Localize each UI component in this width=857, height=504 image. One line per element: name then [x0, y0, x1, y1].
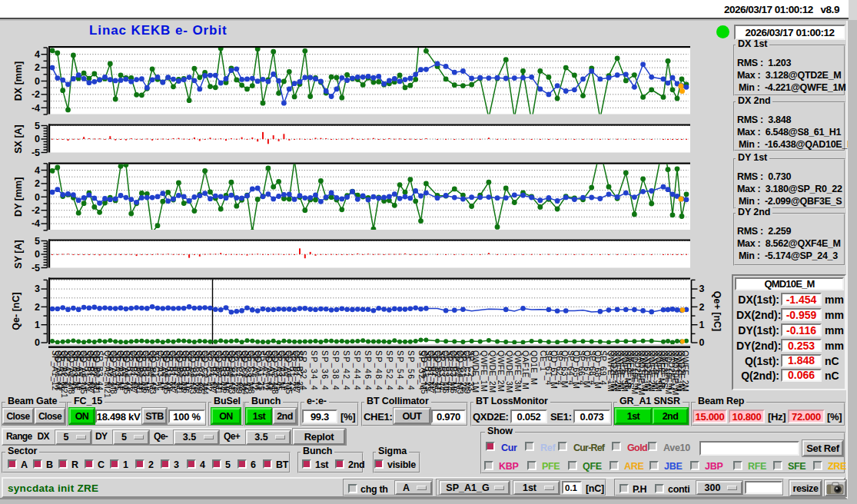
svg-text:3: 3 — [35, 284, 40, 294]
svg-text:SP_38_4: SP_38_4 — [331, 350, 340, 391]
svg-text:SP_54_4: SP_54_4 — [396, 350, 405, 391]
svg-text:SX [A]: SX [A] — [13, 124, 24, 154]
svg-text:0: 0 — [35, 337, 40, 348]
svg-text:2: 2 — [35, 302, 40, 313]
svg-text:QWFE_2M: QWFE_2M — [681, 350, 690, 392]
svg-text:QD1E_M: QD1E_M — [530, 350, 539, 385]
svg-text:2: 2 — [699, 302, 705, 313]
svg-text:0: 0 — [35, 192, 40, 203]
svg-text:Qe- [nC]: Qe- [nC] — [11, 292, 22, 330]
svg-text:QWFE_1M: QWFE_1M — [480, 350, 489, 392]
svg-text:SY [A]: SY [A] — [13, 240, 24, 268]
svg-text:SP_46_4: SP_46_4 — [364, 350, 373, 391]
svg-text:SP_48_4: SP_48_4 — [374, 350, 384, 391]
svg-text:2: 2 — [35, 178, 40, 189]
svg-text:-5: -5 — [32, 263, 40, 274]
svg-text:-2: -2 — [32, 89, 40, 100]
svg-text:SP_42_4: SP_42_4 — [342, 350, 351, 391]
svg-text:SP_52_4: SP_52_4 — [385, 350, 394, 391]
svg-text:Qe+ [nC]: Qe+ [nC] — [712, 291, 722, 331]
svg-text:4: 4 — [35, 165, 40, 176]
svg-text:4: 4 — [35, 49, 40, 60]
svg-text:SP_56_4: SP_56_4 — [407, 350, 416, 391]
svg-text:-4: -4 — [32, 103, 40, 114]
svg-text:1: 1 — [699, 320, 705, 330]
svg-text:QWDE_1M: QWDE_1M — [471, 350, 480, 393]
svg-text:-5: -5 — [32, 148, 40, 158]
svg-text:0: 0 — [35, 249, 40, 260]
svg-text:0: 0 — [35, 76, 40, 87]
svg-text:1: 1 — [35, 320, 40, 330]
svg-text:QWDE_3M: QWDE_3M — [505, 350, 514, 393]
svg-text:SP_32_4: SP_32_4 — [299, 350, 308, 391]
svg-text:QWFE_3M: QWFE_3M — [513, 350, 523, 392]
svg-text:0: 0 — [699, 337, 705, 348]
svg-text:-4: -4 — [32, 218, 40, 229]
svg-text:DX [mm]: DX [mm] — [13, 61, 24, 101]
svg-text:QAF1E_M: QAF1E_M — [521, 350, 530, 390]
svg-text:3: 3 — [699, 284, 705, 294]
svg-text:DY [mm]: DY [mm] — [13, 177, 24, 217]
svg-text:5: 5 — [35, 236, 40, 247]
svg-text:SP_34_4: SP_34_4 — [310, 350, 319, 391]
svg-text:5: 5 — [35, 121, 40, 131]
svg-text:QWFE_2M: QWFE_2M — [497, 350, 506, 392]
svg-text:QWDE_2M: QWDE_2M — [488, 350, 497, 393]
svg-text:SP_36_4: SP_36_4 — [321, 350, 330, 391]
svg-text:SP_44_4: SP_44_4 — [353, 350, 362, 391]
svg-text:-2: -2 — [32, 205, 40, 216]
svg-text:2: 2 — [35, 62, 40, 73]
svg-text:0: 0 — [35, 134, 40, 144]
